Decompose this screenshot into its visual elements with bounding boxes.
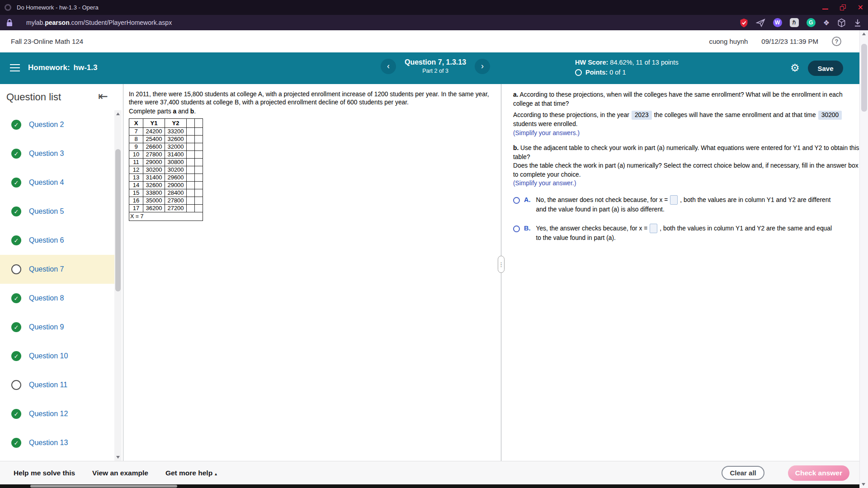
year-answer-box[interactable]: 2023	[632, 111, 652, 120]
question-list-title: Question list	[6, 91, 61, 103]
table-cell: 16	[129, 197, 143, 204]
question-link[interactable]: Question 11	[29, 381, 67, 389]
horizontal-scroll-thumb[interactable]	[30, 485, 177, 488]
sidebar-scroll-thumb[interactable]	[115, 149, 121, 291]
option-b-answer-box[interactable]	[650, 224, 657, 233]
extensions-icon[interactable]: ❖	[823, 19, 830, 27]
problem-panel: In 2011, there were 15,800 students at c…	[123, 84, 501, 461]
radio-option-b[interactable]	[513, 225, 520, 232]
page-scroll-up-icon[interactable]	[862, 33, 866, 35]
prev-question-button[interactable]: ‹	[381, 59, 396, 74]
table-cell: 31400	[143, 174, 165, 181]
question-list-item[interactable]: ✓ Question 6	[0, 226, 114, 255]
question-list-item[interactable]: ✓ Question 3	[0, 139, 114, 168]
question-link[interactable]: Question 3	[29, 150, 64, 158]
w-extension-icon[interactable]: W	[773, 18, 782, 27]
cube-icon[interactable]	[837, 18, 846, 28]
save-button[interactable]: Save	[808, 61, 843, 76]
window-title: Do Homework - hw-1.3 - Opera	[17, 4, 99, 11]
question-list-item[interactable]: ✓ Question 4	[0, 168, 114, 197]
collapse-panel-icon[interactable]: ⇤	[98, 90, 108, 102]
table-row: 112900030800	[129, 158, 203, 166]
url-text[interactable]: mylab.pearson.com/Student/PlayerHomework…	[26, 19, 172, 26]
table-cell: 32600	[165, 135, 187, 143]
question-list-item[interactable]: Question 7	[0, 255, 114, 284]
get-more-help-button[interactable]: Get more help▴	[165, 469, 217, 477]
scroll-down-icon[interactable]	[116, 456, 120, 459]
h-extension-icon[interactable]: ℏ	[790, 18, 799, 27]
question-list-item[interactable]: ✓ Question 8	[0, 284, 114, 313]
table-cell: 14	[129, 181, 143, 189]
table-cell: 36200	[143, 204, 165, 212]
check-answer-button[interactable]: Check answer	[788, 465, 849, 481]
question-list-item[interactable]: ✓ Question 12	[0, 399, 114, 428]
settings-gear-icon[interactable]: ⚙	[790, 62, 800, 74]
table-cell: 30200	[143, 166, 165, 174]
restore-icon[interactable]	[840, 5, 846, 10]
menu-icon[interactable]	[10, 64, 20, 74]
next-question-button[interactable]: ›	[475, 59, 490, 74]
page-scroll-thumb[interactable]	[861, 44, 867, 112]
download-icon[interactable]	[854, 19, 862, 27]
table-cell: 26600	[143, 143, 165, 150]
user-name[interactable]: cuong huynh	[709, 38, 748, 45]
table-cell: 9	[129, 143, 143, 150]
option-a-answer-box[interactable]	[670, 195, 678, 205]
question-link[interactable]: Question 2	[29, 121, 64, 129]
question-list-item[interactable]: ✓ Question 5	[0, 197, 114, 226]
sidebar-scrollbar[interactable]	[114, 110, 122, 461]
table-cell-empty	[187, 135, 195, 143]
table-cell: 32000	[165, 143, 187, 150]
scroll-up-icon[interactable]	[116, 113, 120, 115]
table-header-cell: Y1	[143, 118, 165, 127]
question-list-item[interactable]: ✓ Question 13	[0, 428, 114, 457]
question-link[interactable]: Question 9	[29, 323, 64, 331]
page-scrollbar[interactable]	[859, 30, 868, 488]
table-cell-empty	[187, 158, 195, 166]
question-list-item[interactable]: ✓ Question 10	[0, 342, 114, 371]
table-cell: 7	[129, 127, 143, 135]
question-list-item[interactable]: Question 11	[0, 371, 114, 399]
table-cell: 29000	[165, 181, 187, 189]
horizontal-scrollbar[interactable]	[0, 484, 859, 488]
grammarly-icon[interactable]: G	[807, 18, 816, 27]
table-cell-empty	[195, 135, 203, 143]
question-link[interactable]: Question 6	[29, 236, 64, 244]
table-cell-empty	[187, 127, 195, 135]
students-answer-box[interactable]: 30200	[818, 111, 842, 120]
radio-option-a[interactable]	[513, 197, 520, 204]
question-list-item[interactable]: ✓ Question 2	[0, 110, 114, 139]
question-link[interactable]: Question 4	[29, 178, 64, 187]
question-link[interactable]: Question 5	[29, 207, 64, 216]
help-me-solve-button[interactable]: Help me solve this	[14, 469, 75, 477]
question-link[interactable]: Question 8	[29, 294, 64, 302]
close-icon[interactable]: ✕	[858, 4, 863, 11]
question-link[interactable]: Question 10	[29, 352, 68, 360]
option-a-text: No, the answer does not check because, f…	[536, 195, 838, 215]
address-bar: mylab.pearson.com/Student/PlayerHomework…	[0, 15, 868, 30]
view-example-button[interactable]: View an example	[92, 469, 148, 477]
clear-all-button[interactable]: Clear all	[722, 466, 764, 480]
question-link[interactable]: Question 12	[29, 410, 68, 418]
help-icon[interactable]: ?	[832, 37, 841, 46]
table-row: 123020030200	[129, 166, 203, 174]
table-cell-empty	[187, 181, 195, 189]
question-link[interactable]: Question 7	[29, 265, 64, 273]
table-cell: 27200	[165, 204, 187, 212]
question-link[interactable]: Question 13	[29, 439, 68, 447]
page-scroll-down-icon[interactable]	[862, 483, 865, 486]
minimize-icon[interactable]	[822, 9, 828, 9]
check-circle-icon: ✓	[11, 293, 21, 303]
table-cell: 11	[129, 158, 143, 166]
part-a-question: a. According to these projections, when …	[513, 90, 863, 108]
table-cell-empty	[195, 197, 203, 204]
table-cell: 29000	[143, 158, 165, 166]
lock-icon	[6, 19, 13, 27]
question-list-item[interactable]: ✓ Question 9	[0, 313, 114, 342]
paper-plane-icon[interactable]	[756, 19, 765, 27]
shield-check-icon[interactable]	[740, 18, 748, 28]
table-cell-empty	[187, 197, 195, 204]
table-row: 153380028400	[129, 189, 203, 197]
check-circle-icon: ✓	[11, 322, 21, 332]
table-cell-empty	[195, 166, 203, 174]
